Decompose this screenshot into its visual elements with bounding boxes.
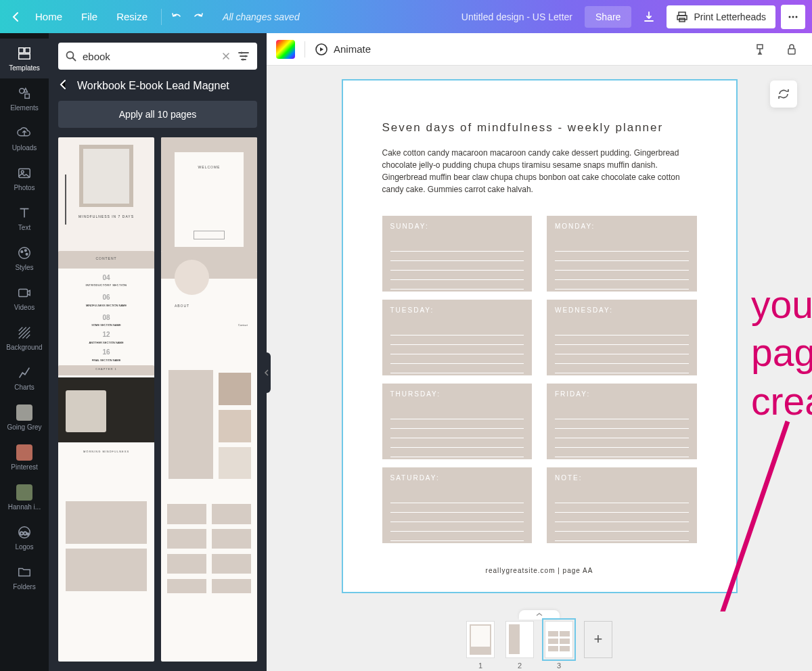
filter-icon[interactable] [237, 49, 250, 63]
day-box[interactable]: FRIDAY: [547, 384, 697, 459]
canvas-page[interactable]: Seven days of mindfulness - weekly plann… [342, 79, 738, 593]
paint-icon[interactable] [750, 39, 771, 60]
svg-point-22 [245, 55, 247, 57]
template-thumb[interactable]: CHAPTER 1 MORNING MINDFULNESS [58, 365, 154, 490]
rail-charts[interactable]: Charts [0, 358, 49, 398]
rail-templates[interactable]: Templates [0, 39, 49, 78]
day-box[interactable]: SUNDAY: [382, 216, 533, 292]
template-thumb[interactable] [161, 479, 257, 603]
templates-panel: Workbook E-book Lead Magnet Apply all 10… [49, 33, 267, 671]
apply-all-button[interactable]: Apply all 10 pages [58, 101, 257, 128]
strip-page-3[interactable]: 3 [545, 621, 573, 658]
print-label: Print Letterheads [694, 11, 766, 22]
animate-button[interactable]: Animate [315, 43, 371, 56]
rail-logos[interactable]: CO₂Logos [0, 517, 49, 557]
svg-point-14 [21, 251, 23, 253]
svg-rect-10 [25, 94, 29, 98]
svg-rect-7 [25, 48, 30, 53]
divider [161, 9, 162, 25]
day-box[interactable]: TUESDAY: [382, 300, 533, 375]
rail-background[interactable]: Background [0, 318, 49, 358]
rail-photos[interactable]: Photos [0, 158, 49, 198]
rail-folders[interactable]: Folders [0, 557, 49, 597]
rail-pinterest[interactable]: Pinterest [0, 438, 49, 478]
file-menu[interactable]: File [72, 11, 107, 22]
annotation-text: you can add pages as you create ebook [751, 281, 812, 425]
svg-text:CO₂: CO₂ [20, 530, 29, 536]
document-title[interactable]: Untitled design - US Letter [461, 11, 572, 22]
lock-icon[interactable] [781, 39, 803, 60]
svg-point-3 [789, 16, 791, 18]
svg-point-13 [19, 248, 30, 259]
clear-icon[interactable] [221, 51, 231, 62]
svg-point-16 [26, 253, 28, 255]
search-box [58, 43, 257, 70]
undo-icon[interactable] [166, 11, 187, 23]
svg-point-5 [796, 16, 798, 18]
strip-page-2[interactable]: 2 [505, 621, 534, 658]
template-grid: MINDFULNESS IN 7 DAYS WELCOME CONTENT 04… [49, 137, 267, 671]
tool-rail: Templates Elements Uploads Photos Text S… [0, 33, 49, 671]
day-box[interactable]: WEDNESDAY: [547, 300, 697, 375]
page-footer[interactable]: reallygreatsite.com | page AA [343, 567, 736, 574]
breadcrumb-back-icon[interactable] [58, 79, 69, 93]
svg-point-15 [24, 250, 26, 252]
svg-point-23 [242, 59, 244, 61]
template-thumb[interactable]: WELCOME [161, 137, 257, 262]
svg-rect-25 [788, 49, 795, 54]
svg-point-21 [241, 52, 243, 54]
more-icon[interactable] [781, 5, 805, 29]
save-status: All changes saved [223, 11, 300, 22]
expand-tab-icon[interactable] [519, 610, 560, 620]
home-menu[interactable]: Home [26, 11, 72, 22]
svg-point-12 [21, 170, 24, 173]
rail-going-grey[interactable]: Going Grey [0, 398, 49, 438]
template-thumb[interactable]: CONTENT 04 INTRODUCTORY SECTION 06 MINDF… [58, 251, 154, 375]
refresh-icon[interactable] [770, 80, 797, 108]
template-thumb[interactable]: ABOUT Contact [161, 251, 257, 375]
template-thumb[interactable] [161, 593, 257, 662]
color-picker[interactable] [276, 40, 295, 59]
svg-point-4 [792, 16, 794, 18]
print-button[interactable]: Print Letterheads [667, 5, 775, 28]
back-icon[interactable] [7, 11, 26, 22]
download-icon[interactable] [637, 5, 661, 29]
template-thumb[interactable] [161, 365, 257, 490]
template-thumb[interactable]: MINDFULNESS IN 7 DAYS [58, 137, 154, 262]
page-body[interactable]: Cake cotton candy macaroon macaroon cand… [382, 147, 697, 195]
template-thumb[interactable] [58, 593, 154, 662]
day-box[interactable]: MONDAY: [547, 216, 697, 292]
svg-rect-17 [19, 290, 28, 297]
rail-videos[interactable]: Videos [0, 278, 49, 318]
day-box[interactable]: NOTE: [547, 467, 697, 543]
svg-rect-8 [19, 54, 30, 59]
rail-elements[interactable]: Elements [0, 78, 49, 118]
svg-rect-6 [19, 48, 24, 53]
add-page-button[interactable]: + [584, 621, 612, 658]
svg-rect-0 [679, 12, 685, 16]
search-icon [65, 50, 77, 62]
resize-menu[interactable]: Resize [107, 11, 157, 22]
rail-hannah[interactable]: Hannah i... [0, 478, 49, 517]
rail-uploads[interactable]: Uploads [0, 118, 49, 158]
svg-rect-1 [677, 16, 687, 20]
share-button[interactable]: Share [585, 6, 631, 28]
canvas-toolbar: Animate [267, 33, 812, 66]
redo-icon[interactable] [187, 11, 209, 23]
topbar: Home File Resize All changes saved Untit… [0, 0, 812, 33]
rail-styles[interactable]: Styles [0, 238, 49, 278]
template-thumb[interactable] [58, 479, 154, 603]
strip-page-1[interactable]: 1 [466, 621, 495, 658]
day-box[interactable]: THURSDAY: [382, 384, 533, 459]
canvas-viewport[interactable]: Seven days of mindfulness - weekly plann… [267, 66, 812, 611]
day-box[interactable]: SATURDAY: [382, 467, 533, 543]
page-strip: 1 2 3 + [267, 611, 812, 671]
page-title[interactable]: Seven days of mindfulness - weekly plann… [382, 121, 697, 135]
breadcrumb: Workbook E-book Lead Magnet [77, 80, 229, 92]
rail-text[interactable]: Text [0, 198, 49, 238]
search-input[interactable] [83, 51, 215, 62]
